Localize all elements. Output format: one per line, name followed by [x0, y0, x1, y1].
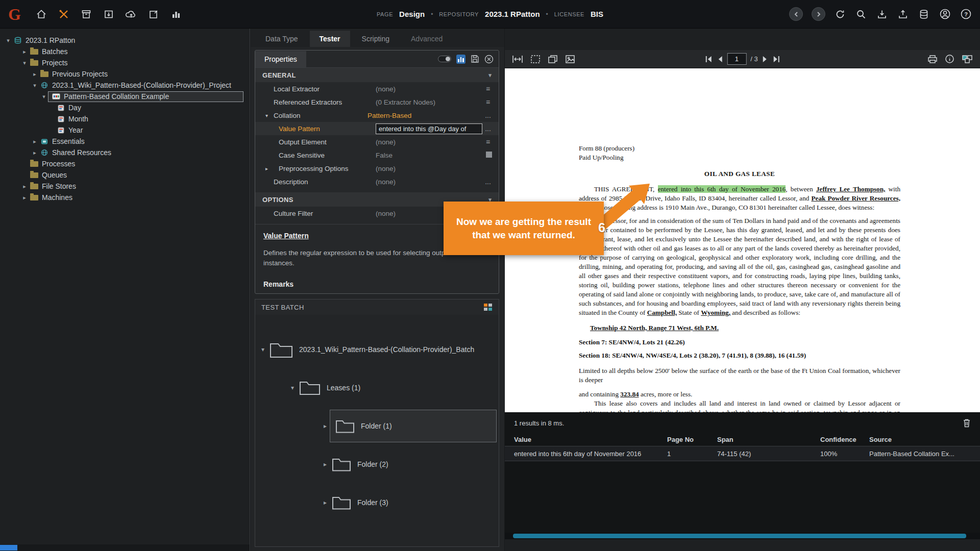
- batches-box-icon[interactable]: [80, 8, 92, 20]
- checkbox-icon[interactable]: [482, 151, 494, 159]
- prop-value[interactable]: (none): [376, 178, 482, 186]
- tree-item-year[interactable]: Year: [0, 124, 250, 136]
- selected-node-box[interactable]: Pattern-Based Collation Example: [48, 91, 243, 102]
- licensee-value[interactable]: BIS: [591, 10, 603, 18]
- prop-row-local-extractor[interactable]: Local Extractor (none) ≡: [255, 82, 499, 95]
- prop-value[interactable]: (none): [376, 165, 482, 172]
- back-icon[interactable]: [789, 7, 803, 21]
- pin-toggle-icon[interactable]: [438, 56, 451, 62]
- user-icon[interactable]: [939, 8, 951, 20]
- tree-item-processes[interactable]: Processes: [0, 158, 250, 169]
- expander-icon[interactable]: ▾: [265, 113, 274, 118]
- prop-row-preprocessing-options[interactable]: ▸ Preprocessing Options (none): [255, 162, 499, 175]
- tree-item-batches[interactable]: ▸ Batches: [0, 46, 250, 57]
- tree-item-project[interactable]: ▾ 2023.1_Wiki_Pattern-Based-(Collation-P…: [0, 80, 250, 91]
- tree-item-queues[interactable]: Queues: [0, 169, 250, 181]
- tree-item-projects[interactable]: ▾ Projects: [0, 57, 250, 68]
- tab-tester[interactable]: Tester: [310, 31, 350, 47]
- expander-icon[interactable]: ▾: [20, 60, 29, 66]
- value-pattern-input[interactable]: entered into this @Day day of: [376, 123, 482, 134]
- expander-icon[interactable]: ▸: [321, 461, 330, 468]
- image-icon[interactable]: [565, 55, 575, 64]
- menu-icon[interactable]: ≡: [482, 98, 494, 106]
- tree-item-essentials[interactable]: ▸ Essentials: [0, 136, 250, 147]
- copy-pages-icon[interactable]: [548, 55, 558, 64]
- expander-icon[interactable]: ▾: [288, 384, 297, 391]
- menu-icon[interactable]: ≡: [482, 138, 494, 146]
- page-value[interactable]: Design: [399, 10, 425, 18]
- properties-title-tab[interactable]: Properties: [255, 51, 306, 67]
- prop-row-output-element[interactable]: Output Element (none) ≡: [255, 135, 499, 148]
- prop-value[interactable]: (0 Extractor Nodes): [376, 98, 482, 106]
- first-page-icon[interactable]: [704, 56, 713, 63]
- ellipsis-icon[interactable]: ...: [482, 124, 494, 133]
- diagnostics-chart-icon[interactable]: [456, 55, 465, 64]
- result-row[interactable]: entered into this 6th day of November 20…: [505, 446, 980, 461]
- column-header-source[interactable]: Source: [869, 436, 980, 443]
- upload-icon[interactable]: [897, 8, 909, 20]
- home-icon[interactable]: [35, 8, 47, 20]
- expander-icon[interactable]: ▸: [20, 183, 29, 190]
- prop-row-value-pattern[interactable]: Value Pattern entered into this @Day day…: [255, 122, 499, 135]
- expander-icon[interactable]: ▸: [321, 499, 330, 506]
- expander-icon[interactable]: ▾: [258, 346, 267, 353]
- repository-value[interactable]: 2023.1 RPatton: [485, 10, 540, 18]
- edit-box-icon[interactable]: [148, 8, 160, 20]
- expander-icon[interactable]: ▸: [31, 138, 39, 145]
- prop-value[interactable]: (none): [376, 85, 482, 93]
- expander-icon[interactable]: ▸: [31, 71, 39, 78]
- tree-item-previous-projects[interactable]: ▸ Previous Projects: [0, 68, 250, 80]
- batch-item-folder-2[interactable]: ▸ Folder (2): [255, 445, 499, 483]
- menu-icon[interactable]: ≡: [482, 85, 494, 93]
- design-tools-icon[interactable]: [58, 8, 70, 20]
- tree-item-collation-example[interactable]: ▾ Pattern-Based Collation Example: [0, 91, 250, 102]
- expander-icon[interactable]: ▸: [265, 166, 274, 171]
- prop-value[interactable]: Pattern-Based: [368, 112, 482, 119]
- viewer-hscrollbar-track[interactable]: [505, 533, 980, 539]
- tree-item-month[interactable]: Month: [0, 113, 250, 124]
- tree-item-shared-resources[interactable]: ▸ Shared Resources: [0, 147, 250, 158]
- forward-icon[interactable]: [812, 7, 825, 21]
- column-header-confidence[interactable]: Confidence: [820, 436, 869, 443]
- ellipsis-icon[interactable]: ...: [482, 111, 494, 119]
- search-icon[interactable]: [855, 8, 867, 20]
- stats-chart-icon[interactable]: [170, 8, 182, 20]
- column-header-page-no[interactable]: Page No: [667, 436, 717, 443]
- expander-icon[interactable]: ▾: [40, 93, 48, 100]
- tree-item-machines[interactable]: ▸ Machines: [0, 192, 250, 203]
- prop-row-case-sensitive[interactable]: Case Sensitive False: [255, 148, 499, 162]
- batch-item-folder-1[interactable]: ▸ Folder (1): [255, 407, 499, 445]
- page-number-input[interactable]: 1: [727, 53, 746, 65]
- select-region-icon[interactable]: [530, 55, 541, 64]
- expander-icon[interactable]: ▸: [321, 422, 330, 430]
- viewer-hscrollbar-thumb[interactable]: [513, 534, 966, 538]
- layout-settings-icon[interactable]: [962, 55, 973, 64]
- import-box-icon[interactable]: [103, 8, 115, 20]
- highlighted-extraction[interactable]: entered into this 6th day of November 20…: [658, 185, 786, 193]
- prop-row-description[interactable]: Description (none) ...: [255, 175, 499, 188]
- last-page-icon[interactable]: [772, 56, 780, 63]
- tab-data-type[interactable]: Data Type: [256, 31, 308, 47]
- ellipsis-icon[interactable]: ...: [482, 178, 494, 186]
- batch-item-leases[interactable]: ▾ Leases (1): [255, 368, 499, 407]
- prop-row-referenced-extractors[interactable]: Referenced Extractors (0 Extractor Nodes…: [255, 95, 499, 109]
- next-page-icon[interactable]: [762, 56, 768, 63]
- cloud-upload-icon[interactable]: [125, 8, 137, 20]
- tree-item-day[interactable]: Day: [0, 102, 250, 113]
- previous-page-icon[interactable]: [717, 56, 723, 63]
- tab-advanced[interactable]: Advanced: [401, 31, 452, 47]
- tree-hscrollbar-track[interactable]: [0, 544, 250, 551]
- close-icon[interactable]: [484, 55, 494, 64]
- prop-value[interactable]: False: [376, 152, 482, 159]
- save-icon[interactable]: [471, 55, 479, 63]
- batch-item-root[interactable]: ▾ 2023.1_Wiki_Pattern-Based-(Collation-P…: [255, 330, 499, 368]
- batch-view-icon[interactable]: [483, 303, 493, 311]
- print-icon[interactable]: [927, 55, 938, 64]
- download-icon[interactable]: [876, 8, 888, 20]
- refresh-icon[interactable]: [834, 8, 846, 20]
- expander-icon[interactable]: ▸: [20, 48, 29, 55]
- tab-scripting[interactable]: Scripting: [352, 31, 399, 47]
- prop-value[interactable]: (none): [376, 138, 482, 146]
- expander-icon[interactable]: ▾: [4, 37, 12, 44]
- selected-batch-box[interactable]: Folder (1): [330, 410, 497, 442]
